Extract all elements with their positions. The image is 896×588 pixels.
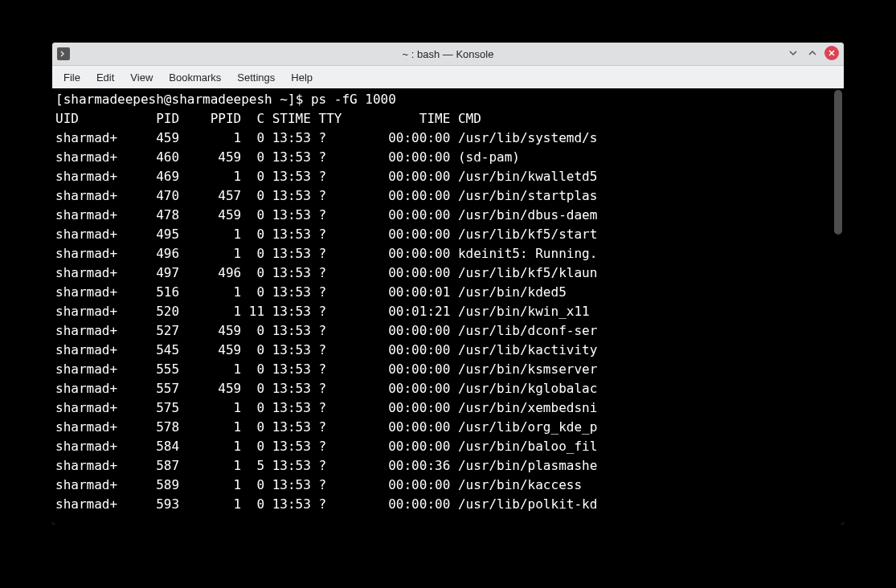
menubar: File Edit View Bookmarks Settings Help <box>52 66 844 88</box>
prompt-bracket-open: [ <box>55 92 63 107</box>
terminal-viewport[interactable]: [sharmadeepesh@sharmadeepesh ~]$ ps -fG … <box>52 88 844 525</box>
ps-header: UID PID PPID C STIME TTY TIME CMD <box>55 109 844 129</box>
window-controls <box>786 46 839 60</box>
app-icon <box>57 47 70 60</box>
konsole-window: ~ : bash — Konsole File Edit View Bookma… <box>52 43 844 525</box>
maximize-button[interactable] <box>805 46 820 60</box>
prompt-bracket-close: ]$ <box>288 92 311 107</box>
menu-edit[interactable]: Edit <box>88 68 122 87</box>
window-title: ~ : bash — Konsole <box>52 48 844 60</box>
scrollbar-thumb[interactable] <box>834 90 842 235</box>
menu-settings[interactable]: Settings <box>229 68 283 87</box>
prompt-user-host: sharmadeepesh@sharmadeepesh <box>63 92 272 107</box>
typed-command: ps -fG 1000 <box>311 92 396 107</box>
menu-bookmarks[interactable]: Bookmarks <box>161 68 229 87</box>
menu-view[interactable]: View <box>122 68 161 87</box>
minimize-button[interactable] <box>786 46 800 60</box>
ps-output: sharmad+ 459 1 0 13:53 ? 00:00:00 /usr/l… <box>55 130 597 512</box>
close-button[interactable] <box>824 46 839 60</box>
prompt-line: [sharmadeepesh@sharmadeepesh ~]$ ps -fG … <box>55 90 844 109</box>
menu-help[interactable]: Help <box>283 68 321 87</box>
menu-file[interactable]: File <box>55 68 88 87</box>
titlebar[interactable]: ~ : bash — Konsole <box>52 43 844 66</box>
prompt-path: ~ <box>272 92 288 107</box>
